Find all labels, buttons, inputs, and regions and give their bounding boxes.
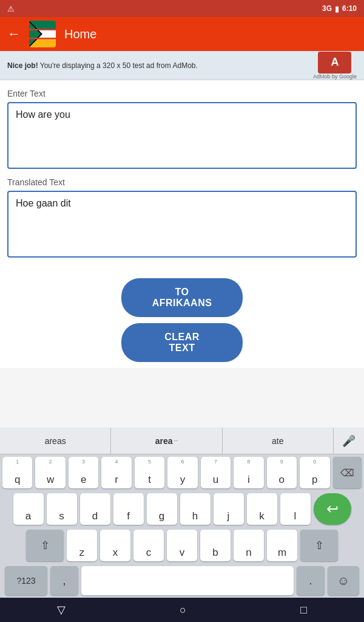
ad-normal: You're displaying a 320 x 50 test ad fro…: [40, 61, 198, 70]
input-text-value: How are you: [16, 109, 70, 120]
key-o[interactable]: 9 o: [267, 457, 297, 488]
numbers-key[interactable]: ?123: [5, 566, 47, 595]
key-s[interactable]: s: [47, 493, 77, 525]
backspace-key[interactable]: ⌫: [333, 457, 362, 488]
battery-icon: ▮: [335, 4, 339, 13]
shift-right-key[interactable]: ⇧: [300, 530, 338, 561]
key-g[interactable]: g: [147, 493, 177, 525]
key-l[interactable]: l: [280, 493, 311, 525]
key-b[interactable]: b: [200, 530, 231, 561]
key-c[interactable]: c: [133, 530, 164, 561]
clear-text-button[interactable]: CLEAR TEXT: [121, 323, 243, 362]
key-i[interactable]: 8 i: [234, 457, 263, 488]
key-a[interactable]: a: [13, 493, 44, 525]
ad-logo-wrap: A AdMob by Google: [313, 52, 357, 80]
key-v[interactable]: v: [167, 530, 197, 561]
key-j[interactable]: j: [214, 493, 244, 525]
main-content: Enter Text How are you Translated Text H…: [0, 80, 364, 272]
top-bar: ← Home: [0, 17, 364, 51]
input-text-box[interactable]: How are you: [7, 102, 357, 169]
keyboard: areas area ··· ate 🎤 1 q 2 w 3 e 4 r 5 t: [0, 428, 364, 598]
key-y[interactable]: 6 y: [167, 457, 197, 488]
ad-subtext: AdMob by Google: [313, 73, 357, 80]
suggestion-area-text: area: [155, 436, 173, 446]
key-m[interactable]: m: [267, 530, 297, 561]
buttons-area: TO AFRIKAANS CLEAR TEXT: [0, 272, 364, 368]
nav-bar: ▽ ○ □: [0, 598, 364, 622]
nav-back-button[interactable]: ▽: [57, 603, 66, 617]
home-title: Home: [64, 27, 96, 41]
period-key[interactable]: .: [297, 566, 325, 595]
suggestion-area[interactable]: area ···: [111, 428, 222, 454]
back-button[interactable]: ←: [7, 26, 21, 42]
key-z[interactable]: z: [67, 530, 97, 561]
translated-text-value: Hoe gaan dit: [16, 198, 71, 208]
nav-recent-button[interactable]: □: [300, 604, 307, 617]
key-x[interactable]: x: [100, 530, 130, 561]
key-q[interactable]: 1 q: [2, 457, 32, 488]
suggestions-row: areas area ··· ate 🎤: [0, 428, 364, 454]
key-row-bottom: ?123 , . ☺: [0, 564, 364, 598]
translated-text-box: Hoe gaan dit: [7, 191, 357, 258]
key-n[interactable]: n: [234, 530, 264, 561]
suggestion-areas[interactable]: areas: [0, 428, 111, 454]
ad-bold: Nice job!: [7, 61, 38, 70]
key-row-zxcv: ⇧ z x c v b n m ⇧: [0, 527, 364, 564]
signal-text: 3G: [322, 4, 332, 13]
key-h[interactable]: h: [180, 493, 211, 525]
key-row-qwerty: 1 q 2 w 3 e 4 r 5 t 6 y 7 u 8 i: [0, 454, 364, 491]
key-e[interactable]: 3 e: [69, 457, 98, 488]
suggestion-ate[interactable]: ate: [223, 428, 334, 454]
shift-left-key[interactable]: ⇧: [26, 530, 64, 561]
key-p[interactable]: 0 p: [300, 457, 329, 488]
key-d[interactable]: d: [80, 493, 110, 525]
key-row-asdf: a s d f g h j k l: [0, 491, 364, 527]
key-w[interactable]: 2 w: [35, 457, 65, 488]
key-k[interactable]: k: [247, 493, 277, 525]
comma-key[interactable]: ,: [50, 566, 78, 595]
emoji-key[interactable]: ☺: [328, 566, 359, 595]
key-u[interactable]: 7 u: [201, 457, 231, 488]
key-r[interactable]: 4 r: [101, 457, 131, 488]
enter-icon: [326, 502, 339, 516]
key-t[interactable]: 5 t: [135, 457, 164, 488]
nav-home-button[interactable]: ○: [180, 604, 186, 617]
status-bar: ⚠ 3G ▮ 6:10: [0, 0, 364, 17]
microphone-icon[interactable]: 🎤: [334, 428, 364, 454]
enter-key[interactable]: [314, 493, 351, 525]
alert-icon: ⚠: [7, 4, 15, 13]
flag-icon: [29, 21, 56, 47]
admob-logo: A: [318, 52, 351, 73]
to-afrikaans-button[interactable]: TO AFRIKAANS: [121, 278, 243, 317]
translated-text-label: Translated Text: [7, 177, 357, 187]
enter-text-label: Enter Text: [7, 89, 357, 98]
app-logo: [29, 21, 56, 47]
key-f[interactable]: f: [113, 493, 144, 525]
space-key[interactable]: [81, 566, 294, 595]
time-display: 6:10: [342, 4, 357, 13]
ad-banner: Nice job! You're displaying a 320 x 50 t…: [0, 51, 364, 80]
ad-text: Nice job! You're displaying a 320 x 50 t…: [7, 61, 313, 70]
